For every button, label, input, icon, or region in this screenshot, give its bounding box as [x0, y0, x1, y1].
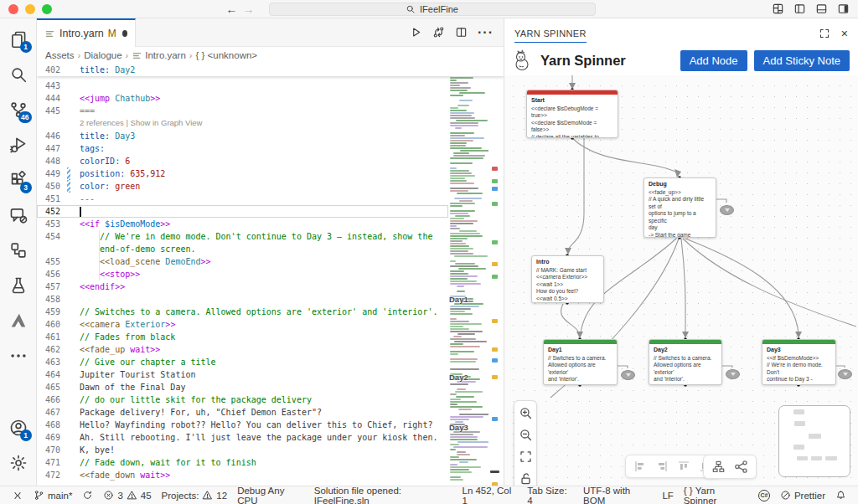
- graph-node-intro[interactable]: Intro// MARK: Game start<<camera Exterio…: [531, 255, 604, 303]
- code-line-460[interactable]: 460<<camera Exterior>>: [37, 318, 448, 331]
- code-line-445[interactable]: 445===: [37, 105, 448, 117]
- status-build-config[interactable]: Debug Any CPU: [232, 486, 309, 504]
- graph-minimap[interactable]: [778, 405, 850, 477]
- status-csharp-status[interactable]: C#: [753, 486, 775, 504]
- code-line-453[interactable]: 453<<if $isDemoMode>>: [37, 218, 448, 230]
- graph-node-debug[interactable]: Debug<<fade_up>>// A quick and dirty lit…: [644, 177, 716, 238]
- status-cursor-position[interactable]: Ln 452, Col 1: [457, 486, 522, 504]
- code-line-469[interactable]: 469Ah. Still rebooting. I'll just leave …: [37, 431, 448, 444]
- graph-node-day3[interactable]: Day3<<if $isDemoMode>>// We're in demo m…: [762, 339, 836, 385]
- activity-bar-custom-editors[interactable]: [0, 233, 37, 268]
- close-panel-icon[interactable]: ×: [841, 27, 848, 40]
- toggle-panel-icon[interactable]: [815, 3, 828, 15]
- node-jump-connector[interactable]: [720, 205, 734, 215]
- breadcrumb-item[interactable]: Intro.yarn: [132, 50, 186, 61]
- status-solution-status[interactable]: Solution file opened: IFeelFine.sln: [309, 486, 457, 504]
- toggle-secondary-sidebar-icon[interactable]: [837, 3, 850, 15]
- status-problems[interactable]: 345: [98, 486, 156, 504]
- run-file-icon[interactable]: [410, 26, 422, 39]
- status-sync-changes[interactable]: [77, 486, 98, 504]
- code-editor[interactable]: 402title: Day2 443444<<jump Chathub>>445…: [37, 64, 504, 486]
- activity-bar-accounts[interactable]: 1: [0, 410, 37, 445]
- node-jump-connector[interactable]: [838, 369, 852, 379]
- activity-bar-testing[interactable]: [0, 268, 37, 303]
- align-right-icon[interactable]: [655, 460, 669, 473]
- open-changes-icon[interactable]: [432, 26, 445, 39]
- status-indentation[interactable]: Tab Size: 4: [522, 486, 578, 504]
- fit-view-icon[interactable]: [519, 450, 533, 464]
- zoom-out-icon[interactable]: [519, 428, 533, 442]
- code-line-463[interactable]: 463// Give our chapter a title: [37, 356, 448, 368]
- split-editor-icon[interactable]: [455, 26, 468, 39]
- customize-layout-icon[interactable]: [772, 3, 784, 15]
- auto-layout-graph-icon[interactable]: [734, 460, 748, 474]
- code-line-443[interactable]: 443: [37, 80, 448, 92]
- node-jump-connector[interactable]: [621, 370, 635, 380]
- code-line-450[interactable]: 450color: green: [37, 180, 448, 193]
- history-back-button[interactable]: ←: [224, 3, 240, 16]
- activity-bar-run-and-debug[interactable]: [0, 127, 37, 162]
- codelens[interactable]: 2 references | Show in Graph View: [37, 117, 448, 130]
- code-line-444[interactable]: 444<<jump Chathub>>: [37, 92, 448, 105]
- code-line-468[interactable]: 468Hello? Wayfinding robot?? Hello? You …: [37, 419, 448, 431]
- activity-bar-source-control[interactable]: 46: [0, 92, 37, 127]
- code-line-462[interactable]: 462<<fade_up wait>>: [37, 343, 448, 356]
- activity-bar-extensions[interactable]: 3: [0, 162, 37, 198]
- code-line-452[interactable]: 452: [37, 205, 448, 218]
- code-line-471[interactable]: 471// Fade down, wait for it to finish: [37, 456, 448, 469]
- graph-node-day1[interactable]: Day1// Switches to a camera.Allowed opti…: [543, 339, 618, 385]
- activity-bar-chat[interactable]: [0, 198, 37, 233]
- more-actions-icon[interactable]: ···: [478, 25, 494, 40]
- code-line-472[interactable]: 472<<fade_down wait>>: [37, 469, 448, 481]
- code-line-464[interactable]: 464Jupiter Tourist Station: [37, 368, 448, 381]
- status-eol[interactable]: LF: [657, 486, 678, 504]
- add-sticky-note-button[interactable]: Add Sticky Note: [754, 50, 850, 71]
- status-encoding[interactable]: UTF-8 with BOM: [578, 486, 657, 504]
- activity-bar-settings[interactable]: [0, 445, 37, 481]
- activity-bar-explorer[interactable]: 1: [0, 22, 37, 57]
- node-graph-canvas[interactable]: Start<<declare $isDebugMode =true>><<dec…: [504, 75, 858, 486]
- code-line-457[interactable]: 457<<endif>>: [37, 280, 448, 293]
- code-line-465[interactable]: 465Dawn of the Final Day: [37, 381, 448, 393]
- close-window-button[interactable]: [8, 4, 18, 14]
- code-line-466[interactable]: 466// do our little skit for the package…: [37, 393, 448, 406]
- toggle-primary-sidebar-icon[interactable]: [793, 3, 806, 15]
- overview-ruler[interactable]: [488, 64, 504, 486]
- minimize-window-button[interactable]: [25, 4, 35, 14]
- dirty-indicator[interactable]: [122, 30, 127, 37]
- activity-bar-search[interactable]: [0, 57, 37, 92]
- tab-intro-yarn[interactable]: Intro.yarn M: [37, 18, 136, 47]
- panel-tab-yarn-spinner[interactable]: YARN SPINNER: [514, 19, 587, 48]
- graph-node-start[interactable]: Start<<declare $isDebugMode =true>><<dec…: [526, 90, 618, 138]
- sticky-scroll-line[interactable]: 402title: Day2: [37, 64, 504, 76]
- status-git-branch[interactable]: main*: [28, 486, 77, 504]
- status-projects[interactable]: Projects:12: [157, 486, 233, 504]
- lock-open-icon[interactable]: [519, 471, 533, 486]
- minimap[interactable]: Day1Day2Day3: [448, 64, 488, 486]
- code-line-446[interactable]: 446title: Day3: [37, 130, 448, 142]
- code-line-461[interactable]: 461// Fades from black: [37, 331, 448, 343]
- breadcrumb-item[interactable]: Dialogue: [84, 50, 121, 60]
- history-forward-button[interactable]: →: [240, 3, 257, 16]
- status-prettier[interactable]: Prettier: [775, 486, 830, 504]
- code-line-451[interactable]: 451---: [37, 193, 448, 205]
- zoom-in-icon[interactable]: [519, 406, 533, 420]
- status-notifications[interactable]: [830, 486, 851, 504]
- status-language-mode[interactable]: { } Yarn Spinner: [679, 486, 753, 504]
- code-line-447[interactable]: 447tags:: [37, 142, 448, 155]
- graph-node-day2[interactable]: Day2// Switches to a camera.Allowed opti…: [649, 339, 722, 385]
- align-top-icon[interactable]: [677, 460, 690, 473]
- zoom-window-button[interactable]: [42, 4, 52, 14]
- breadcrumb-item[interactable]: Assets: [45, 50, 75, 60]
- code-line-459[interactable]: 459// Switches to a camera. Allowed opti…: [37, 306, 448, 318]
- align-left-icon[interactable]: [633, 460, 647, 473]
- code-line-449[interactable]: 449position: 635,912: [37, 167, 448, 180]
- code-line-458[interactable]: 458: [37, 293, 448, 306]
- status-remote-indicator[interactable]: [7, 486, 28, 504]
- command-center-search[interactable]: IFeelFine: [269, 3, 596, 16]
- code-line-448[interactable]: 448colorID: 6: [37, 155, 448, 167]
- activity-bar-more-views[interactable]: [0, 338, 37, 373]
- breadcrumb-item[interactable]: { } <unknown>: [196, 50, 258, 60]
- add-node-button[interactable]: Add Node: [680, 50, 747, 71]
- code-line-467[interactable]: 467Package delivery! For, uh, "Chief Dem…: [37, 406, 448, 419]
